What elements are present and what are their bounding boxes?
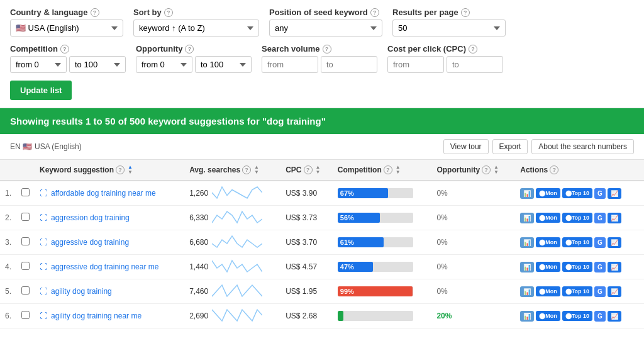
action-trend-button[interactable]: 📈: [608, 237, 621, 248]
row-checkbox[interactable]: [21, 286, 30, 295]
row-checkbox[interactable]: [21, 213, 30, 221]
action-google-button[interactable]: G: [594, 311, 606, 322]
comp-from-select[interactable]: from 0: [10, 56, 67, 73]
sort-help-icon[interactable]: ?: [164, 8, 173, 17]
keyword-link[interactable]: agility dog training near me: [51, 312, 142, 320]
action-monitor-button[interactable]: ⬤Mon: [536, 237, 560, 247]
comp-th-help-icon[interactable]: ?: [384, 166, 392, 174]
competition-bar-label: 61%: [340, 239, 354, 246]
action-google-button[interactable]: G: [594, 262, 606, 272]
action-chart-button[interactable]: 📊: [520, 213, 534, 223]
cpc-help-icon[interactable]: ?: [469, 45, 477, 53]
action-top10-button[interactable]: ⬤Top 10: [562, 262, 592, 272]
competition-help-icon[interactable]: ?: [60, 45, 69, 53]
export-button[interactable]: Export: [492, 139, 528, 154]
action-trend-button[interactable]: 📈: [608, 213, 621, 223]
keyword-link[interactable]: aggression dog training: [51, 213, 130, 222]
opp-th-help-icon[interactable]: ?: [482, 166, 491, 174]
action-google-button[interactable]: G: [594, 213, 606, 223]
act-th-help-icon[interactable]: ?: [550, 166, 558, 174]
action-top10-button[interactable]: ⬤Top 10: [562, 286, 592, 296]
opp-to-select[interactable]: to 100: [195, 56, 252, 73]
results-help-icon[interactable]: ?: [461, 8, 470, 17]
competition-range: from 0 to 100: [10, 56, 126, 73]
position-select[interactable]: any: [269, 20, 382, 36]
about-search-numbers-button[interactable]: About the search numbers: [531, 139, 634, 154]
keyword-icon: ⛶: [40, 238, 47, 247]
avg-help-icon[interactable]: ?: [242, 166, 251, 174]
row-checkbox-cell[interactable]: [16, 304, 35, 328]
action-monitor-button[interactable]: ⬤Mon: [536, 311, 560, 321]
competition-bar-fill: 56%: [338, 213, 380, 223]
action-monitor-button[interactable]: ⬤Mon: [536, 262, 560, 272]
keyword-link[interactable]: aggressive dog training near me: [51, 262, 158, 271]
opportunity-help-icon[interactable]: ?: [185, 45, 194, 53]
country-select[interactable]: 🇺🇸 USA (English): [10, 20, 123, 36]
row-checkbox-cell[interactable]: [16, 255, 35, 279]
sort-by-select[interactable]: keyword ↑ (A to Z): [133, 20, 259, 36]
keyword-link[interactable]: aggressive dog training: [51, 238, 129, 247]
row-checkbox-cell[interactable]: [16, 230, 35, 255]
opp-sort-icon[interactable]: ▲▼: [494, 165, 499, 175]
row-checkbox[interactable]: [21, 262, 30, 270]
position-help-icon[interactable]: ?: [370, 8, 379, 17]
sv-help-icon[interactable]: ?: [323, 45, 331, 53]
action-chart-button[interactable]: 📊: [520, 262, 534, 272]
sv-from-input[interactable]: [262, 56, 318, 73]
action-top10-button[interactable]: ⬤Top 10: [562, 237, 592, 247]
action-top10-button[interactable]: ⬤Top 10: [562, 188, 592, 198]
cpc-sort-icon[interactable]: ▲▼: [316, 165, 321, 175]
cpc-cell: US$ 2.68: [280, 304, 333, 328]
cpc-from-input[interactable]: [387, 56, 444, 73]
cpc-cell: US$ 3.90: [280, 181, 333, 206]
row-checkbox[interactable]: [21, 311, 30, 319]
cpc-cell: US$ 1.95: [280, 279, 333, 304]
competition-bar-label: 99%: [340, 288, 354, 295]
action-top10-button[interactable]: ⬤Top 10: [562, 311, 592, 321]
action-google-button[interactable]: G: [594, 237, 606, 248]
comp-to-select[interactable]: to 100: [69, 56, 126, 73]
country-help-icon[interactable]: ?: [91, 8, 99, 17]
action-chart-button[interactable]: 📊: [520, 237, 534, 248]
opp-from-select[interactable]: from 0: [136, 56, 192, 73]
comp-sort-icon[interactable]: ▲▼: [396, 165, 401, 175]
competition-cell: 61%: [333, 230, 432, 255]
action-monitor-button[interactable]: ⬤Mon: [536, 188, 560, 198]
action-monitor-button[interactable]: ⬤Mon: [536, 213, 560, 223]
row-checkbox[interactable]: [21, 188, 30, 196]
row-checkbox-cell[interactable]: [16, 279, 35, 304]
action-trend-button[interactable]: 📈: [608, 286, 621, 297]
action-trend-button[interactable]: 📈: [608, 188, 621, 199]
kw-sort-icon[interactable]: ▲▼: [128, 165, 133, 175]
action-chart-button[interactable]: 📊: [520, 188, 534, 199]
action-monitor-button[interactable]: ⬤Mon: [536, 286, 560, 296]
action-trend-button[interactable]: 📈: [608, 262, 621, 272]
row-checkbox-cell[interactable]: [16, 181, 35, 206]
action-chart-button[interactable]: 📊: [520, 286, 534, 297]
action-google-button[interactable]: G: [594, 286, 606, 297]
opportunity-cell: 0%: [431, 181, 515, 206]
keyword-cell: ⛶affordable dog training near me: [35, 181, 184, 206]
cpc-to-input[interactable]: [447, 56, 503, 73]
keyword-link[interactable]: agility dog training: [51, 287, 112, 296]
kw-help-icon[interactable]: ?: [116, 166, 125, 174]
view-tour-button[interactable]: View tour: [443, 139, 489, 154]
row-checkbox[interactable]: [21, 237, 30, 245]
locale-flag: EN 🇺🇸: [10, 142, 32, 151]
keyword-icon: ⛶: [40, 213, 47, 222]
action-top10-button[interactable]: ⬤Top 10: [562, 213, 592, 223]
competition-bar-bg: 47%: [338, 262, 413, 272]
action-trend-button[interactable]: 📈: [608, 311, 621, 322]
sv-to-input[interactable]: [321, 56, 377, 73]
keyword-cell: ⛶agility dog training: [35, 279, 184, 304]
opportunity-value: 0%: [436, 287, 447, 296]
opportunity-label: Opportunity ?: [136, 44, 252, 53]
results-select[interactable]: 50: [392, 20, 506, 36]
avg-sort-icon[interactable]: ▲▼: [254, 165, 259, 175]
action-chart-button[interactable]: 📊: [520, 311, 534, 322]
update-list-button[interactable]: Update list: [10, 81, 72, 100]
row-checkbox-cell[interactable]: [16, 206, 35, 230]
action-google-button[interactable]: G: [594, 188, 606, 199]
keyword-link[interactable]: affordable dog training near me: [51, 189, 156, 198]
cpc-th-help-icon[interactable]: ?: [304, 166, 313, 174]
